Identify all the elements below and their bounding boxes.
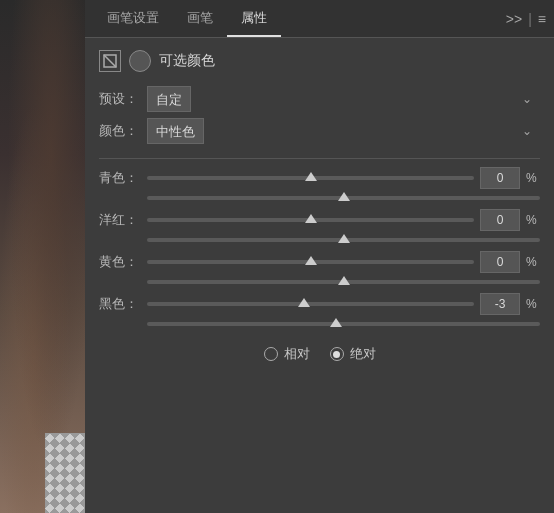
panel-content: 可选颜色 预设： 自定 颜色： 中性色 青色： xyxy=(85,38,554,375)
tab-properties[interactable]: 属性 xyxy=(227,1,281,37)
cyan-track[interactable] xyxy=(147,175,474,181)
yellow-input[interactable] xyxy=(480,251,520,273)
panel-menu-icon[interactable]: ≡ xyxy=(538,11,546,27)
absolute-radio-circle xyxy=(330,347,344,361)
relative-radio-circle xyxy=(264,347,278,361)
cyan-input[interactable] xyxy=(480,167,520,189)
preset-select-wrapper: 自定 xyxy=(147,86,540,112)
absolute-radio-item[interactable]: 绝对 xyxy=(330,345,376,363)
magenta-row: 洋红： % xyxy=(99,209,540,231)
black-label: 黑色： xyxy=(99,295,147,313)
method-radio-row: 相对 绝对 xyxy=(99,345,540,363)
magenta-input-row: % xyxy=(147,209,540,231)
magenta-label: 洋红： xyxy=(99,211,147,229)
tab-extras: >> | ≡ xyxy=(506,11,546,27)
relative-radio-item[interactable]: 相对 xyxy=(264,345,310,363)
black-full-track-wrap xyxy=(147,317,540,331)
color-select-wrapper: 中性色 xyxy=(147,118,540,144)
tab-brush-settings[interactable]: 画笔设置 xyxy=(93,1,173,37)
svg-line-1 xyxy=(104,55,116,67)
yellow-thumb xyxy=(305,256,317,265)
color-label: 颜色： xyxy=(99,122,147,140)
magenta-full-track-wrap xyxy=(147,233,540,247)
yellow-full-track-wrap xyxy=(147,275,540,289)
divider xyxy=(99,158,540,159)
yellow-full-thumb xyxy=(338,276,350,285)
magenta-section: 洋红： % xyxy=(99,209,540,247)
image-canvas xyxy=(0,0,85,513)
yellow-row: 黄色： % xyxy=(99,251,540,273)
black-pct: % xyxy=(526,297,540,311)
properties-panel: 画笔设置 画笔 属性 >> | ≡ 可选颜色 预设： 自定 xyxy=(85,0,554,513)
yellow-pct: % xyxy=(526,255,540,269)
cyan-thumb xyxy=(305,172,317,181)
cyan-input-row: % xyxy=(147,167,540,189)
panel-title: 可选颜色 xyxy=(159,52,215,70)
color-select[interactable]: 中性色 xyxy=(147,118,204,144)
mask-icon xyxy=(99,50,121,72)
black-full-thumb xyxy=(330,318,342,327)
black-full-track-bg xyxy=(147,322,540,326)
cyan-section: 青色： % xyxy=(99,167,540,205)
tab-brush[interactable]: 画笔 xyxy=(173,1,227,37)
tab-bar: 画笔设置 画笔 属性 >> | ≡ xyxy=(85,0,554,38)
cyan-label: 青色： xyxy=(99,169,147,187)
yellow-section: 黄色： % xyxy=(99,251,540,289)
preset-row: 预设： 自定 xyxy=(99,86,540,112)
black-track[interactable] xyxy=(147,301,474,307)
yellow-track[interactable] xyxy=(147,259,474,265)
magenta-full-thumb xyxy=(338,234,350,243)
yellow-input-row: % xyxy=(147,251,540,273)
cyan-full-track-wrap xyxy=(147,191,540,205)
panel-header: 可选颜色 xyxy=(99,50,540,72)
black-thumb xyxy=(298,298,310,307)
preset-label: 预设： xyxy=(99,90,147,108)
yellow-label: 黄色： xyxy=(99,253,147,271)
circle-icon xyxy=(129,50,151,72)
preset-select[interactable]: 自定 xyxy=(147,86,191,112)
absolute-radio-label: 绝对 xyxy=(350,345,376,363)
black-row: 黑色： % xyxy=(99,293,540,315)
magenta-thumb xyxy=(305,214,317,223)
black-input[interactable] xyxy=(480,293,520,315)
cyan-pct: % xyxy=(526,171,540,185)
magenta-track[interactable] xyxy=(147,217,474,223)
magenta-pct: % xyxy=(526,213,540,227)
black-input-row: % xyxy=(147,293,540,315)
black-section: 黑色： % xyxy=(99,293,540,331)
relative-radio-label: 相对 xyxy=(284,345,310,363)
cyan-row: 青色： % xyxy=(99,167,540,189)
cyan-full-thumb xyxy=(338,192,350,201)
transparency-checker xyxy=(45,433,85,513)
color-row: 颜色： 中性色 xyxy=(99,118,540,144)
magenta-input[interactable] xyxy=(480,209,520,231)
black-track-bg xyxy=(147,302,474,306)
more-panels-icon[interactable]: >> xyxy=(506,11,522,27)
